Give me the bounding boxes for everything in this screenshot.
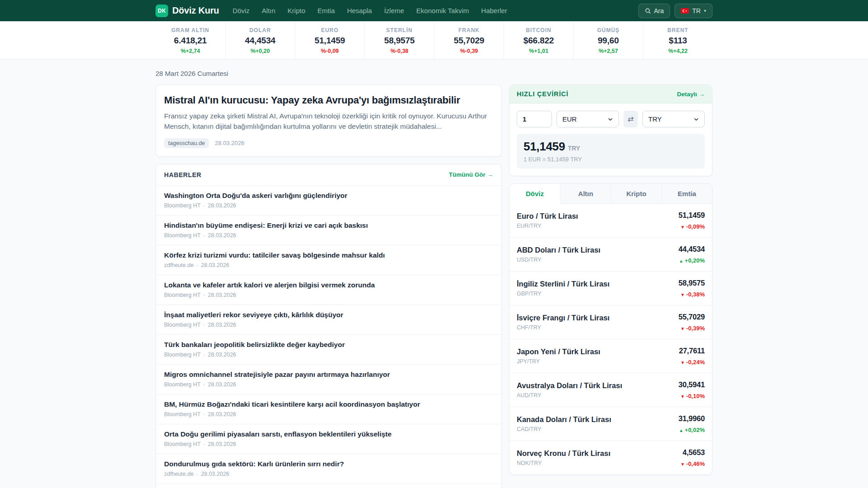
news-item-meta: Bloomberg HT · 28.03.2026 — [164, 381, 493, 388]
nav-link[interactable]: İzleme — [384, 7, 404, 14]
rate-row[interactable]: Kanada Doları / Türk Lirası CAD/TRY 31,9… — [509, 407, 712, 441]
news-item-meta: Bloomberg HT · 28.03.2026 — [164, 441, 493, 447]
meta-dot: · — [203, 292, 205, 298]
from-currency-select[interactable]: EUR — [557, 111, 619, 127]
market-tab[interactable]: Döviz — [509, 184, 560, 204]
ticker-label: GÜMÜŞ — [576, 27, 641, 33]
ticker-item[interactable]: FRANK 55,7029 %-0,39 — [434, 21, 504, 59]
news-item[interactable]: Lokanta ve kafeler artık kalori ve alerj… — [156, 275, 501, 305]
ticker-label: GRAM ALTIN — [157, 27, 223, 33]
ticker-change: %+2,57 — [576, 48, 641, 54]
to-currency-select[interactable]: TRY — [642, 111, 705, 127]
news-header: HABERLER Tümünü Gör → — [156, 164, 501, 186]
news-item-source: Bloomberg HT — [164, 292, 201, 298]
news-item-date: 28.03.2026 — [208, 441, 236, 447]
news-item[interactable]: İnşaat maliyetleri rekor seviyeye çıktı,… — [156, 305, 501, 334]
converter-body: EUR ⇄ TRY 51,1459TRY 1 EUR = 51 — [509, 103, 712, 176]
news-item[interactable]: Orta Doğu gerilimi piyasaları sarstı, en… — [156, 424, 501, 454]
select-chevron-icon — [693, 117, 699, 122]
news-item-source: zdfheute.de — [164, 471, 193, 477]
rate-figures: 4,5653 -0,46% — [680, 448, 705, 467]
ticker-item[interactable]: GRAM ALTIN 6.418,21 %+2,74 — [156, 21, 225, 59]
ticker-item[interactable]: STERLİN 58,9575 %-0,38 — [364, 21, 434, 59]
ticker-item[interactable]: EURO 51,1459 %-0,09 — [295, 21, 364, 59]
news-item-source: Bloomberg HT — [164, 381, 201, 388]
brand-home-link[interactable]: DK Döviz Kuru — [156, 5, 219, 17]
ticker-item[interactable]: BITCOIN $66.822 %+1,01 — [504, 21, 573, 59]
nav-link[interactable]: Haberler — [481, 7, 507, 14]
ticker-value: 58,9575 — [367, 36, 432, 46]
chevron-down-icon: ▾ — [704, 8, 706, 13]
ticker-value: $113 — [645, 36, 711, 46]
rate-row[interactable]: Euro / Türk Lirası EUR/TRY 51,1459 -0,09… — [509, 204, 712, 237]
ticker-change: %+1,01 — [506, 48, 571, 54]
news-item-title: Orta Doğu gerilimi piyasaları sarstı, en… — [164, 430, 493, 438]
meta-dot: · — [203, 232, 205, 239]
news-item[interactable]: BM, Hürmüz Boğazı'ndaki ticari kesintile… — [156, 394, 501, 424]
nav-link[interactable]: Emtia — [317, 7, 335, 14]
news-item-title: Dondurulmuş gıda sektörü: Karlı ürünleri… — [164, 460, 493, 468]
converter-detail-link[interactable]: Detaylı → — [677, 91, 705, 98]
news-item-source: Bloomberg HT — [164, 202, 201, 209]
rate-pair: ABD Doları / Türk Lirası USD/TRY — [517, 246, 600, 263]
rate-value: 31,9960 — [679, 414, 705, 423]
rate-row[interactable]: İsviçre Frangı / Türk Lirası CHF/TRY 55,… — [509, 305, 712, 339]
featured-article-card[interactable]: Mistral AI'ın kurucusu: Yapay zeka Avrup… — [156, 84, 502, 157]
ticker-change: %+0,20 — [227, 48, 293, 54]
news-item-title: Hindistan'ın büyüme endişesi: Enerji kri… — [164, 221, 493, 230]
rate-row[interactable]: ABD Doları / Türk Lirası USD/TRY 44,4534… — [509, 237, 712, 271]
market-tab[interactable]: Emtia — [661, 184, 712, 204]
rate-pair-code: AUD/TRY — [517, 392, 622, 399]
news-item[interactable]: Maliye Bakanlığı, Şimşek'e yönelik ortak… — [156, 483, 501, 488]
news-item[interactable]: Dondurulmuş gıda sektörü: Karlı ürünleri… — [156, 454, 501, 483]
nav-link[interactable]: Döviz — [233, 7, 250, 14]
news-item[interactable]: Washington Orta Doğu'da askeri varlığını… — [156, 186, 501, 215]
nav-link[interactable]: Ekonomik Takvim — [416, 7, 469, 14]
rate-value: 27,7611 — [679, 347, 705, 355]
news-item-title: BM, Hürmüz Boğazı'ndaki ticari kesintile… — [164, 400, 493, 408]
see-all-news-link[interactable]: Tümünü Gör → — [449, 171, 493, 178]
market-tab[interactable]: Altın — [560, 184, 611, 204]
search-button[interactable]: Ara — [638, 4, 670, 18]
meta-dot: · — [203, 381, 205, 388]
ticker-item[interactable]: DOLAR 44,4534 %+0,20 — [225, 21, 295, 59]
nav-link[interactable]: Hesapla — [347, 7, 372, 14]
rate-pair: Euro / Türk Lirası EUR/TRY — [517, 212, 578, 229]
nav-link[interactable]: Kripto — [288, 7, 305, 14]
rate-pair-code: USD/TRY — [517, 257, 600, 263]
rate-row[interactable]: Norveç Kronu / Türk Lirası NOK/TRY 4,565… — [509, 441, 712, 474]
news-item[interactable]: Hindistan'ın büyüme endişesi: Enerji kri… — [156, 215, 501, 245]
rate-change: -0,39% — [679, 325, 705, 332]
result-unit: TRY — [568, 145, 580, 152]
main-nav: DövizAltınKriptoEmtiaHesaplaİzlemeEkonom… — [233, 7, 625, 14]
select-chevron-icon — [608, 117, 613, 122]
market-tab[interactable]: Kripto — [611, 184, 661, 204]
rate-value: 30,5941 — [679, 380, 705, 389]
page-content: 28 Mart 2026 Cumartesi Mistral AI'ın kur… — [156, 70, 712, 488]
rate-row[interactable]: Avustralya Doları / Türk Lirası AUD/TRY … — [509, 373, 712, 407]
rate-change: +0,20% — [679, 257, 705, 264]
rate-change: -0,10% — [679, 393, 705, 399]
nav-link[interactable]: Altın — [262, 7, 275, 14]
rate-change: +0,02% — [679, 427, 705, 433]
news-item[interactable]: Türk bankaları jeopolitik belirsizlikte … — [156, 334, 501, 364]
ticker-value: 99,60 — [576, 36, 641, 46]
news-item-date: 28.03.2026 — [208, 292, 236, 298]
news-item-source: Bloomberg HT — [164, 352, 201, 358]
swap-currencies-button[interactable]: ⇄ — [623, 111, 638, 127]
rate-pair: Avustralya Doları / Türk Lirası AUD/TRY — [517, 381, 622, 399]
ticker-item[interactable]: BRENT $113 %+4,22 — [643, 21, 712, 59]
meta-dot: · — [203, 352, 205, 358]
ticker-item[interactable]: GÜMÜŞ 99,60 %+2,57 — [573, 21, 643, 59]
rate-row[interactable]: İngiliz Sterlini / Türk Lirası GBP/TRY 5… — [509, 271, 712, 305]
featured-meta: tagesschau.de 28.03.2026 — [164, 138, 493, 148]
news-item[interactable]: Migros omnichannel stratejisiyle pazar p… — [156, 364, 501, 394]
rate-pair: İngiliz Sterlini / Türk Lirası GBP/TRY — [517, 280, 609, 297]
rate-row[interactable]: Japon Yeni / Türk Lirası JPY/TRY 27,7611… — [509, 339, 712, 373]
amount-input[interactable] — [517, 111, 552, 127]
news-item-title: İnşaat maliyetleri rekor seviyeye çıktı,… — [164, 311, 493, 319]
language-label: TR — [692, 7, 701, 14]
language-button[interactable]: TR ▾ — [675, 4, 712, 18]
news-item-source: Bloomberg HT — [164, 322, 201, 328]
news-item[interactable]: Körfez krizi turizmi vurdu: tatilciler s… — [156, 245, 501, 275]
